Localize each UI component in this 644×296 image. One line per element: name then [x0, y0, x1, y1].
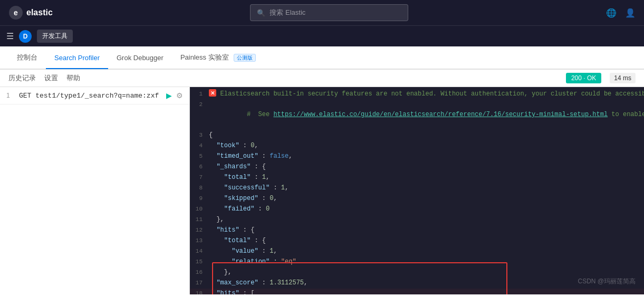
main-area: 1 GET test1/type1/_search?q=name:zxf ▶ ⚙… — [0, 87, 644, 294]
code-area: 1 #! Elasticsearch built-in security fea… — [190, 87, 644, 294]
line-num-15: 15 — [194, 257, 209, 267]
code-line-3: 3 { — [190, 130, 644, 141]
elastic-icon: e — [8, 5, 23, 20]
code-line-8: 8 "successful" : 1, — [190, 183, 644, 194]
query-row: 1 GET test1/type1/_search?q=name:zxf ▶ ⚙ — [0, 87, 189, 104]
code-line-10: 10 "failed" : 0 — [190, 204, 644, 215]
line-num-2: 2 — [194, 100, 209, 110]
line-content-17: "max_score" : 1.3112575, — [209, 278, 640, 288]
line-content-7: "total" : 1, — [209, 173, 640, 183]
search-placeholder: 搜索 Elastic — [270, 8, 305, 17]
url-link[interactable]: https://www.elastic.co/guide/en/elastics… — [273, 111, 608, 118]
help-button[interactable]: 帮助 — [66, 73, 80, 83]
tab-painless-label: Painless 实验室 — [180, 53, 229, 61]
tab-search-profiler[interactable]: Search Profiler — [46, 47, 108, 69]
line-num-16: 16 — [194, 268, 209, 278]
play-icon[interactable]: ▶ — [166, 91, 172, 100]
line-content-10: "failed" : 0 — [209, 204, 640, 214]
line-num-1: 1 — [194, 89, 209, 99]
line-num-4: 4 — [194, 141, 209, 151]
code-line-13: 13 "total" : { — [190, 236, 644, 246]
line-content-8: "successful" : 1, — [209, 183, 640, 193]
user-icon[interactable]: 👤 — [625, 8, 636, 18]
tab-grok-debugger[interactable]: Grok Debugger — [108, 47, 172, 69]
elastic-text: elastic — [26, 8, 53, 17]
code-line-1: 1 #! Elasticsearch built-in security fea… — [190, 89, 644, 100]
time-badge: 14 ms — [610, 73, 636, 83]
line-content-3: { — [209, 130, 640, 140]
line-num-17: 17 — [194, 278, 209, 288]
code-line-7: 7 "total" : 1, — [190, 173, 644, 183]
code-line-5: 5 "timed_out" : false, — [190, 151, 644, 162]
line-content-13: "total" : { — [209, 236, 640, 246]
top-header: e elastic 🔍 搜索 Elastic 🌐 👤 — [0, 0, 644, 25]
line-num-10: 10 — [194, 204, 209, 214]
globe-icon[interactable]: 🌐 — [606, 8, 617, 18]
tab-console[interactable]: 控制台 — [8, 46, 46, 70]
query-text[interactable]: GET test1/type1/_search?q=name:zxf — [19, 92, 162, 100]
error-icon: ✕ — [209, 89, 216, 97]
line-num-13: 13 — [194, 236, 209, 246]
line-content-16: }, — [209, 268, 640, 278]
dev-badge: D — [19, 30, 32, 43]
hamburger-icon[interactable]: ☰ — [6, 31, 14, 41]
query-settings-icon[interactable]: ⚙ — [176, 91, 183, 100]
logo-area: e elastic — [8, 5, 53, 20]
code-line-2: 2 # See https://www.elastic.co/guide/en/… — [190, 100, 644, 130]
line-num-11: 11 — [194, 215, 209, 225]
line-num-14: 14 — [194, 246, 209, 256]
line-content-5: "timed_out" : false, — [209, 151, 640, 161]
line-content-2: # See https://www.elastic.co/guide/en/el… — [209, 100, 644, 130]
line-content-15: "relation" : "eq" — [209, 257, 640, 267]
row-number: 1 — [6, 92, 15, 99]
line-content-14: "value" : 1, — [209, 246, 640, 256]
code-line-12: 12 "hits" : { — [190, 225, 644, 236]
right-panel: ✕ 1 #! Elasticsearch built-in security f… — [190, 87, 644, 294]
line-content-6: "_shards" : { — [209, 162, 640, 172]
header-right: 🌐 👤 — [606, 8, 636, 18]
line-num-5: 5 — [194, 151, 209, 161]
beta-badge: 公测版 — [234, 54, 256, 62]
tab-bar: 控制台 Search Profiler Grok Debugger Painle… — [0, 46, 644, 70]
code-line-16: 16 }, — [190, 268, 644, 278]
line-num-7: 7 — [194, 173, 209, 183]
code-line-18: 18 "hits" : [ — [190, 289, 644, 294]
left-panel: 1 GET test1/type1/_search?q=name:zxf ▶ ⚙ — [0, 87, 190, 294]
history-button[interactable]: 历史记录 — [8, 73, 36, 83]
line-content-4: "took" : 0, — [209, 141, 640, 151]
code-line-15: 15 "relation" : "eq" — [190, 257, 644, 268]
line-num-6: 6 — [194, 162, 209, 172]
code-line-4: 4 "took" : 0, — [190, 141, 644, 151]
code-line-17: 17 "max_score" : 1.3112575, — [190, 278, 644, 289]
sub-toolbar: 历史记录 设置 帮助 200 · OK 14 ms — [0, 70, 644, 87]
line-content-1: #! Elasticsearch built-in security featu… — [209, 89, 644, 99]
settings-button[interactable]: 设置 — [44, 73, 58, 83]
line-content-9: "skipped" : 0, — [209, 194, 640, 204]
svg-text:e: e — [14, 8, 18, 17]
line-num-12: 12 — [194, 225, 209, 235]
code-line-9: 9 "skipped" : 0, — [190, 194, 644, 204]
code-line-14: 14 "value" : 1, — [190, 246, 644, 257]
status-badge: 200 · OK — [566, 73, 601, 83]
line-content-12: "hits" : { — [209, 225, 640, 235]
watermark: CSDN @玛丽莲简高 — [578, 277, 636, 286]
line-num-9: 9 — [194, 194, 209, 204]
line-num-3: 3 — [194, 130, 209, 140]
line-content-11: }, — [209, 215, 640, 225]
second-bar: ☰ D 开发工具 — [0, 25, 644, 46]
tab-painless[interactable]: Painless 实验室 公测版 — [172, 46, 264, 70]
line-num-18: 18 — [194, 289, 209, 294]
line-num-8: 8 — [194, 183, 209, 193]
search-bar-container: 🔍 搜索 Elastic — [250, 4, 408, 21]
code-line-6: 6 "_shards" : { — [190, 162, 644, 173]
line-content-18: "hits" : [ — [209, 289, 640, 294]
dev-tools-button[interactable]: 开发工具 — [37, 30, 73, 43]
code-line-11: 11 }, — [190, 215, 644, 225]
elastic-logo: e elastic — [8, 5, 53, 20]
